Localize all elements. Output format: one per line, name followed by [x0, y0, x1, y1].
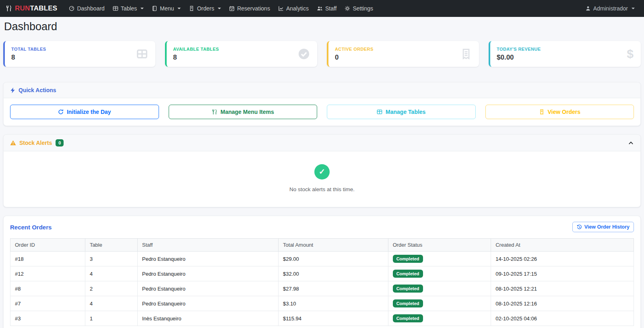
stat-label: AVAILABLE TABLES: [173, 47, 219, 52]
warning-icon: [10, 140, 16, 146]
table-cell: 4: [85, 296, 137, 311]
status-badge: Completed: [393, 270, 423, 278]
stock-alerts-card: Stock Alerts 0 ✓ No stock alerts at this…: [3, 134, 641, 207]
initialize-day-button[interactable]: Initialize the Day: [10, 105, 159, 119]
stat-label: TOTAL TABLES: [11, 47, 46, 52]
chevron-up-icon[interactable]: [628, 140, 634, 146]
created-at-cell: 09-10-2025 17:15: [491, 266, 634, 281]
table-row: #3 1 Inès Estanqueiro $115.94 Completed …: [10, 311, 634, 326]
recent-orders-header: Recent Orders View Order History: [10, 222, 634, 232]
table-icon: [113, 6, 118, 11]
table-icon: [136, 48, 148, 60]
utensils-icon: [6, 5, 12, 12]
order-id-cell: #7: [10, 296, 85, 311]
manage-tables-button[interactable]: Manage Tables: [327, 105, 476, 119]
table-cell: 4: [85, 266, 137, 281]
quick-actions-title: Quick Actions: [10, 87, 56, 93]
staff-cell: Pedro Estanqueiro: [137, 296, 278, 311]
nav-item-menu[interactable]: Menu: [148, 0, 184, 17]
stock-alerts-body: ✓ No stock alerts at this time.: [4, 151, 640, 207]
status-badge: Completed: [393, 299, 423, 307]
nav-item-tables[interactable]: Tables: [109, 0, 147, 17]
receipt-icon: [460, 48, 472, 60]
brand-text: RUNTABLES: [15, 4, 57, 12]
history-icon: [577, 225, 582, 230]
user-menu[interactable]: Administrador: [582, 0, 638, 17]
order-id-cell: #12: [10, 266, 85, 281]
chevron-down-icon: [178, 8, 181, 9]
status-cell: Completed: [388, 311, 491, 326]
table-row: #8 2 Pedro Estanqueiro $27.98 Completed …: [10, 281, 634, 296]
view-orders-button[interactable]: View Orders: [485, 105, 634, 119]
total-cell: $3.10: [279, 296, 388, 311]
speedometer-icon: [69, 6, 74, 11]
recent-orders-table: Order ID Table Staff Total Amount Order …: [10, 238, 634, 326]
status-badge: Completed: [393, 285, 423, 293]
order-id-cell: #3: [10, 311, 85, 326]
stat-card-todays-revenue: TODAY'S REVENUE $0.00 $: [489, 41, 641, 67]
status-badge: Completed: [393, 255, 423, 263]
created-at-cell: 08-10-2025 12:16: [491, 296, 634, 311]
calendar-check-icon: [229, 6, 235, 11]
status-cell: Completed: [388, 252, 491, 266]
utensils-icon: [212, 109, 217, 115]
stat-label: ACTIVE ORDERS: [335, 47, 374, 52]
column-header-total: Total Amount: [279, 239, 388, 252]
page-title: Dashboard: [4, 21, 641, 33]
check-circle-icon: ✓: [314, 164, 330, 179]
recent-orders-title: Recent Orders: [10, 224, 52, 231]
stat-value: 8: [11, 54, 46, 62]
total-cell: $29.00: [279, 252, 388, 266]
circle-check-icon: [298, 48, 310, 60]
manage-menu-items-button[interactable]: Manage Menu Items: [169, 105, 318, 119]
nav-item-staff[interactable]: Staff: [313, 0, 341, 17]
stock-alerts-empty-message: No stock alerts at this time.: [10, 186, 634, 192]
status-badge: Completed: [393, 314, 423, 322]
nav-item-settings[interactable]: Settings: [341, 0, 377, 17]
table-cell: 3: [85, 252, 137, 266]
chevron-down-icon: [632, 8, 635, 9]
refresh-icon: [58, 109, 64, 115]
table-row: #18 3 Pedro Estanqueiro $29.00 Completed…: [10, 252, 634, 266]
status-cell: Completed: [388, 266, 491, 281]
chevron-down-icon: [140, 8, 144, 9]
column-header-staff: Staff: [137, 239, 278, 252]
table-row: #12 4 Pedro Estanqueiro $32.00 Completed…: [10, 266, 634, 281]
quick-actions-body: Initialize the Day Manage Menu Items Man…: [4, 98, 640, 126]
view-order-history-button[interactable]: View Order History: [572, 222, 634, 232]
nav-item-reservations[interactable]: Reservations: [225, 0, 274, 17]
column-header-table: Table: [85, 239, 137, 252]
bolt-icon: [10, 87, 15, 93]
order-id-cell: #8: [10, 281, 85, 296]
column-header-status: Order Status: [388, 239, 491, 252]
dollar-icon: $: [627, 48, 634, 60]
total-cell: $32.00: [279, 266, 388, 281]
receipt-icon: [539, 109, 545, 115]
nav-item-dashboard[interactable]: Dashboard: [65, 0, 108, 17]
table-cell: 2: [85, 281, 137, 296]
created-at-cell: 14-10-2025 02:26: [491, 252, 634, 266]
column-header-created-at: Created At: [491, 239, 634, 252]
staff-cell: Pedro Estanqueiro: [137, 266, 278, 281]
stat-value: 8: [173, 54, 219, 62]
nav-item-analytics[interactable]: Analytics: [275, 0, 312, 17]
status-cell: Completed: [388, 296, 491, 311]
quick-actions-header: Quick Actions: [4, 83, 640, 98]
table-icon: [377, 109, 382, 115]
users-icon: [317, 6, 323, 11]
stock-alerts-count-badge: 0: [56, 139, 64, 146]
table-row: #7 4 Pedro Estanqueiro $3.10 Completed 0…: [10, 296, 634, 311]
staff-cell: Pedro Estanqueiro: [137, 281, 278, 296]
total-cell: $115.94: [279, 311, 388, 326]
stock-alerts-title: Stock Alerts: [10, 140, 52, 146]
chart-line-icon: [278, 6, 284, 11]
status-cell: Completed: [388, 281, 491, 296]
recent-orders-card: Recent Orders View Order History Order I…: [3, 216, 641, 328]
book-icon: [152, 6, 157, 11]
nav-item-orders[interactable]: Orders: [185, 0, 225, 17]
table-cell: 1: [85, 311, 137, 326]
created-at-cell: 08-10-2025 12:21: [491, 281, 634, 296]
top-navbar: RUNTABLES Dashboard Tables Menu Order: [0, 0, 644, 17]
brand-logo[interactable]: RUNTABLES: [6, 4, 57, 12]
stat-value: $0.00: [497, 54, 541, 62]
